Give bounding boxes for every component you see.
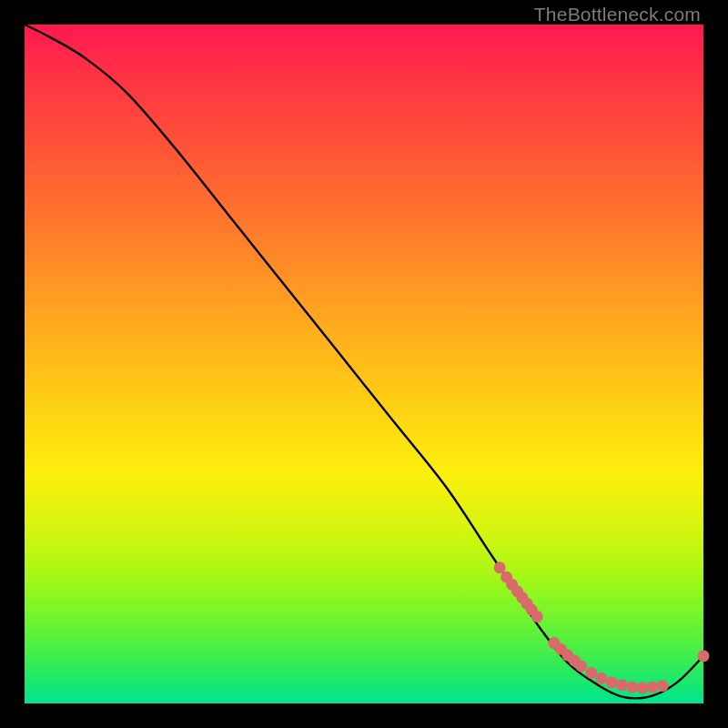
data-point <box>698 650 710 662</box>
data-point <box>531 611 543 622</box>
data-point <box>657 680 669 692</box>
data-point <box>596 672 608 684</box>
data-point <box>606 676 618 688</box>
curve-line <box>25 25 703 699</box>
data-points <box>494 561 710 693</box>
chart-overlay <box>25 25 703 703</box>
data-point <box>636 682 648 693</box>
data-point <box>575 660 587 672</box>
data-point <box>585 667 597 679</box>
data-point <box>626 682 638 693</box>
watermark-text: TheBottleneck.com <box>534 4 701 25</box>
chart-frame: TheBottleneck.com <box>0 0 728 728</box>
data-point <box>616 679 628 691</box>
data-point <box>494 561 506 573</box>
data-point <box>647 682 659 693</box>
